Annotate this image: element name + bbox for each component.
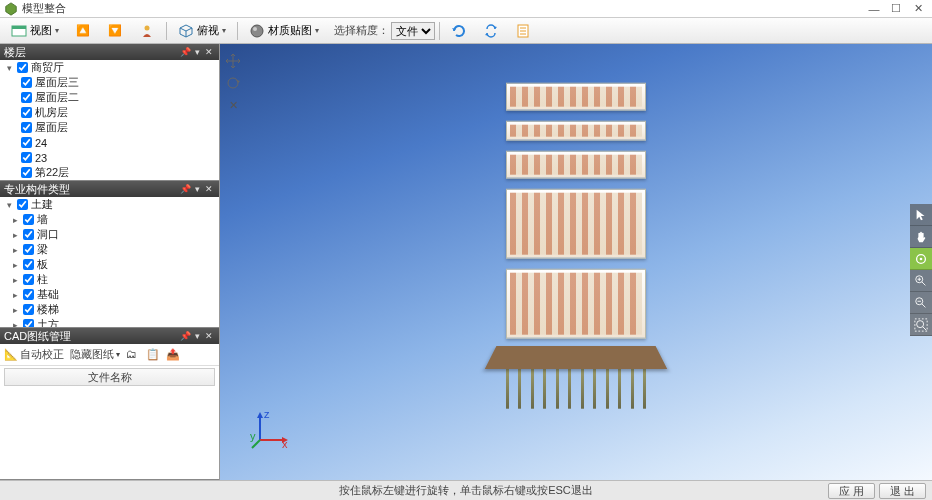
checkbox[interactable] [21, 122, 32, 133]
main-toolbar: 视图 ▾ 🔼 🔽 俯视 ▾ 材质贴图 ▾ 选择精度： 文件 [0, 18, 932, 44]
collapse-icon[interactable]: ▾ [4, 200, 14, 210]
cad-panel-header[interactable]: CAD图纸管理 📌 ▾ ✕ [0, 328, 219, 344]
expand-icon[interactable]: ▸ [10, 230, 20, 240]
checkbox[interactable] [17, 62, 28, 73]
dropdown-icon[interactable]: ▾ [191, 47, 203, 57]
checkbox[interactable] [21, 107, 32, 118]
tree-item[interactable]: ▸洞口 [0, 227, 219, 242]
pin-icon[interactable]: 📌 [179, 331, 191, 341]
checkbox[interactable] [21, 92, 32, 103]
tree-item[interactable]: ▸基础 [0, 287, 219, 302]
titlebar: 模型整合 — ☐ ✕ [0, 0, 932, 18]
expand-icon[interactable]: ▸ [10, 275, 20, 285]
sync-button[interactable] [476, 21, 506, 41]
zoom-in-tool[interactable] [910, 270, 932, 292]
tree-item[interactable]: 屋面层三 [0, 75, 219, 90]
tree-label: 屋面层二 [35, 90, 79, 105]
expand-icon[interactable]: ▸ [10, 245, 20, 255]
checkbox[interactable] [23, 274, 34, 285]
dropdown-icon[interactable]: ▾ [191, 331, 203, 341]
tree-label: 第22层 [35, 165, 69, 180]
pointer-tool[interactable] [910, 204, 932, 226]
tree-item[interactable]: ▸柱 [0, 272, 219, 287]
pin-icon[interactable]: 📌 [179, 184, 191, 194]
person-icon [139, 23, 155, 39]
tree-root[interactable]: ▾ 商贸厅 [0, 60, 219, 75]
checkbox[interactable] [23, 214, 34, 225]
checkbox[interactable] [23, 259, 34, 270]
hide-drawing-button[interactable]: 隐藏图纸 ▾ [70, 347, 120, 362]
maximize-button[interactable]: ☐ [886, 2, 906, 16]
layers-icon: 🗂 [126, 348, 140, 362]
expand-icon[interactable]: ▸ [10, 215, 20, 225]
3d-viewport[interactable]: ✕ z x [220, 44, 932, 480]
tree-item[interactable]: ▸楼梯 [0, 302, 219, 317]
expand-icon[interactable]: ▸ [10, 320, 20, 328]
checkbox[interactable] [23, 304, 34, 315]
close-icon[interactable]: ✕ [203, 47, 215, 57]
tree-item[interactable]: ▸板 [0, 257, 219, 272]
tree-label: 基础 [37, 287, 59, 302]
zoom-out-tool[interactable] [910, 292, 932, 314]
orbit-tool[interactable] [910, 248, 932, 270]
close-icon[interactable]: ✕ [203, 184, 215, 194]
checkbox[interactable] [23, 289, 34, 300]
refresh-button[interactable] [444, 21, 474, 41]
expand-icon[interactable]: ▸ [10, 290, 20, 300]
tree-item[interactable]: 机房层 [0, 105, 219, 120]
svg-marker-12 [236, 80, 240, 83]
tree-root[interactable]: ▾ 土建 [0, 197, 219, 212]
tree-label: 机房层 [35, 105, 68, 120]
component-panel-header[interactable]: 专业构件类型 📌 ▾ ✕ [0, 181, 219, 197]
nav-down-button[interactable]: 🔽 [100, 21, 130, 41]
collapse-icon[interactable]: ▾ [4, 63, 14, 73]
model-foundation [501, 369, 651, 409]
tree-item[interactable]: 24 [0, 135, 219, 150]
hand-tool[interactable] [910, 226, 932, 248]
checkbox[interactable] [21, 167, 32, 178]
checkbox[interactable] [21, 137, 32, 148]
minimize-button[interactable]: — [864, 2, 884, 16]
exit-button[interactable]: 退 出 [879, 483, 926, 499]
view-mode-dropdown[interactable]: 俯视 ▾ [171, 21, 233, 41]
person-button[interactable] [132, 21, 162, 41]
checkbox[interactable] [21, 152, 32, 163]
cad-tool-2[interactable]: 📋 [146, 348, 160, 362]
tree-item[interactable]: ▸梁 [0, 242, 219, 257]
checkbox[interactable] [23, 244, 34, 255]
expand-icon[interactable]: ▸ [10, 260, 20, 270]
checkbox[interactable] [23, 319, 34, 327]
view-button[interactable]: 视图 ▾ [4, 21, 66, 41]
precision-select[interactable]: 文件 [391, 22, 435, 40]
tree-item[interactable]: 屋面层 [0, 120, 219, 135]
material-button[interactable]: 材质贴图 ▾ [242, 21, 326, 41]
tree-item[interactable]: 第22层 [0, 165, 219, 180]
fit-tool[interactable] [910, 314, 932, 336]
auto-correct-button[interactable]: 📐 自动校正 [4, 347, 64, 362]
floors-tree[interactable]: ▾ 商贸厅 屋面层三屋面层二机房层屋面层2423第22层第21层第20层 [0, 60, 219, 180]
tree-item[interactable]: ▸墙 [0, 212, 219, 227]
cad-tool-3[interactable]: 📤 [166, 348, 180, 362]
apply-button[interactable]: 应 用 [828, 483, 875, 499]
tree-item[interactable]: ▸土方 [0, 317, 219, 327]
close-icon[interactable]: ✕ [203, 331, 215, 341]
tree-item[interactable]: 23 [0, 150, 219, 165]
pan-icon[interactable] [224, 52, 242, 70]
close-button[interactable]: ✕ [908, 2, 928, 16]
checkbox[interactable] [21, 77, 32, 88]
cad-tool-1[interactable]: 🗂 [126, 348, 140, 362]
rotate-icon[interactable] [224, 74, 242, 92]
svg-point-11 [228, 78, 238, 88]
expand-icon[interactable]: ▸ [10, 305, 20, 315]
document-button[interactable] [508, 21, 538, 41]
checkbox[interactable] [17, 199, 28, 210]
dropdown-icon[interactable]: ▾ [191, 184, 203, 194]
svg-text:z: z [264, 410, 270, 420]
nav-up-button[interactable]: 🔼 [68, 21, 98, 41]
close-view-icon[interactable]: ✕ [224, 96, 242, 114]
checkbox[interactable] [23, 229, 34, 240]
pin-icon[interactable]: 📌 [179, 47, 191, 57]
component-tree[interactable]: ▾ 土建 ▸墙▸洞口▸梁▸板▸柱▸基础▸楼梯▸土方▸其他▸粗装修 [0, 197, 219, 327]
tree-item[interactable]: 屋面层二 [0, 90, 219, 105]
floors-panel-header[interactable]: 楼层 📌 ▾ ✕ [0, 44, 219, 60]
